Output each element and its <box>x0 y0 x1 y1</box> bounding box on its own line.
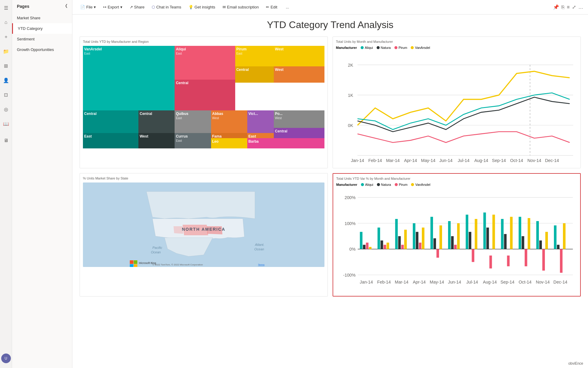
export-dropdown-icon: ▾ <box>120 5 122 9</box>
treemap-cell-currus[interactable]: Currus East <box>175 133 211 148</box>
collapse-pages-button[interactable]: 《 <box>63 4 67 9</box>
legend-natura: Natura <box>377 46 391 49</box>
svg-rect-54 <box>416 232 419 249</box>
svg-text:NORTH AMERICA: NORTH AMERICA <box>182 227 225 232</box>
svg-text:Jan-14: Jan-14 <box>351 158 364 163</box>
treemap-cell-vanarsdel-central[interactable]: Central <box>83 110 138 133</box>
avatar[interactable]: U <box>1 354 11 363</box>
svg-rect-62 <box>451 236 454 249</box>
pin-icon[interactable]: 📌 <box>553 4 559 10</box>
page-item-ytd-category[interactable]: YTD Category <box>12 23 72 34</box>
bar-chart-legend: Manufacturer Aliqui Natura Pirum <box>336 183 577 186</box>
grid-icon[interactable]: ⊡ <box>1 89 11 100</box>
svg-rect-87 <box>560 249 563 273</box>
line-chart-svg: 2K 1K 0K Jan-14 Feb-14 <box>336 52 577 164</box>
treemap-cell-natura[interactable]: Central <box>138 110 175 133</box>
svg-rect-47 <box>384 245 386 249</box>
treemap-cell-aliqui-central[interactable]: Central <box>175 80 235 110</box>
treemap-cell-victoria[interactable]: Vict... <box>247 110 274 133</box>
bar-legend-vanarsdel: VanArsdel <box>411 183 430 186</box>
svg-text:Terms: Terms <box>258 263 265 266</box>
svg-text:0%: 0% <box>349 247 356 252</box>
treemap-cell-central-purple[interactable]: Central <box>274 128 324 138</box>
legend-vanarsdel: VanArsdel <box>411 46 430 49</box>
page-item-sentiment[interactable]: Sentiment <box>12 34 72 44</box>
person-icon[interactable]: 👤 <box>1 75 11 86</box>
svg-rect-43 <box>366 243 368 249</box>
svg-text:Jul-14: Jul-14 <box>458 158 469 163</box>
svg-rect-55 <box>419 243 422 249</box>
treemap-cell-natura-west[interactable]: West <box>138 133 175 148</box>
line-chart-container: Total Units by Month and Manufacturer Ma… <box>333 36 581 168</box>
bar-legend-manufacturer-label: Manufacturer <box>336 183 357 186</box>
monitor-icon[interactable]: 🖥 <box>1 135 11 146</box>
treemap-cell-pirum-east[interactable]: Pirum East <box>235 46 274 66</box>
svg-text:Ocean: Ocean <box>151 250 161 254</box>
map-svg: NORTH AMERICA Pacific Ocean Atlant. Ocea… <box>83 182 324 267</box>
compass-icon[interactable]: ◎ <box>1 104 11 115</box>
svg-rect-53 <box>413 223 416 249</box>
copy-icon[interactable]: ⎘ <box>561 5 564 10</box>
svg-rect-49 <box>395 219 398 249</box>
svg-rect-81 <box>536 221 539 249</box>
file-button[interactable]: 📄 File ▾ <box>77 3 99 11</box>
treemap[interactable]: VanArsdel East Central East Aliqui East <box>83 46 324 148</box>
svg-rect-41 <box>360 232 362 249</box>
svg-rect-76 <box>510 217 513 249</box>
more-options-button[interactable]: ... <box>283 3 292 11</box>
folder-icon[interactable]: 📁 <box>1 46 11 57</box>
page-item-market-share[interactable]: Market Share <box>12 13 72 23</box>
treemap-cell-barba[interactable]: Barba <box>247 138 324 148</box>
treemap-cell-quibus[interactable]: Quibus East <box>175 110 211 133</box>
svg-rect-88 <box>563 223 566 249</box>
page-item-growth-opportunities[interactable]: Growth Opportunities <box>12 44 72 55</box>
export-icon: ↦ <box>103 5 106 9</box>
treemap-cell-vanarsdel-west[interactable]: East <box>83 133 138 148</box>
treemap-cell-leo[interactable]: Leo <box>211 138 247 148</box>
table-icon[interactable]: ⊞ <box>1 60 11 71</box>
chat-in-teams-button[interactable]: ⬡ Chat in Teams <box>149 3 184 11</box>
bar-chart-title: Total Units YTD Var % by Month and Manuf… <box>336 177 577 180</box>
svg-rect-50 <box>398 236 401 249</box>
svg-rect-67 <box>472 249 474 262</box>
treemap-cell-vanarsdel-east[interactable]: VanArsdel East <box>83 46 175 110</box>
svg-rect-57 <box>430 217 433 249</box>
hamburger-icon[interactable]: ☰ <box>1 2 11 13</box>
get-insights-button[interactable]: 💡 Get insights <box>185 3 218 11</box>
svg-text:Jun-14: Jun-14 <box>439 158 453 163</box>
edit-button[interactable]: ✏ Edit <box>263 3 280 11</box>
svg-text:1K: 1K <box>348 93 353 98</box>
svg-text:Aug-14: Aug-14 <box>483 280 497 284</box>
svg-text:Oct-14: Oct-14 <box>519 280 532 284</box>
svg-text:Feb-14: Feb-14 <box>368 158 382 163</box>
treemap-cell-abbas[interactable]: Abbas West <box>211 110 247 133</box>
svg-rect-48 <box>387 243 389 249</box>
expand-icon[interactable]: ⤢ <box>572 4 576 10</box>
aliqui-dot <box>361 46 364 49</box>
more-actions-icon[interactable]: … <box>578 5 583 10</box>
svg-rect-85 <box>554 225 557 249</box>
bar-natura-label: Natura <box>381 183 391 186</box>
svg-rect-59 <box>436 249 439 258</box>
filter-icon[interactable]: ≡ <box>567 5 570 10</box>
treemap-cell-po[interactable]: Po... West <box>274 110 324 128</box>
file-dropdown-icon: ▾ <box>94 5 96 9</box>
share-button[interactable]: ↗ Share <box>127 3 148 11</box>
export-button[interactable]: ↦ Export ▾ <box>100 3 125 11</box>
add-icon[interactable]: ＋ <box>1 31 11 42</box>
book-icon[interactable]: 📖 <box>1 118 11 129</box>
svg-rect-65 <box>466 214 468 249</box>
treemap-cell-pirum-central[interactable]: Central <box>235 66 274 83</box>
treemap-cell-pirum-west[interactable]: West <box>274 46 324 66</box>
svg-text:100%: 100% <box>345 221 356 226</box>
email-subscription-button[interactable]: ✉ Email subscription <box>220 3 262 11</box>
svg-rect-60 <box>439 225 442 249</box>
svg-text:Jan-14: Jan-14 <box>360 280 373 284</box>
treemap-cell-orange-central[interactable]: West <box>274 66 324 83</box>
svg-rect-51 <box>401 245 404 249</box>
svg-text:Mar-14: Mar-14 <box>395 280 408 284</box>
svg-text:200%: 200% <box>345 195 356 200</box>
svg-text:Apr-14: Apr-14 <box>413 280 426 284</box>
home-icon[interactable]: ⌂ <box>1 17 11 28</box>
treemap-cell-aliqui-east[interactable]: Aliqui East <box>175 46 235 80</box>
